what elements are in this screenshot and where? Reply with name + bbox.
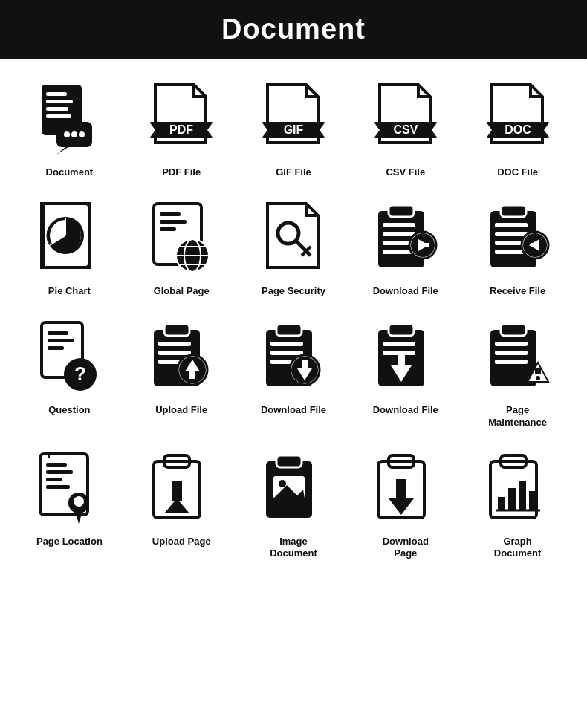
- svg-marker-6: [56, 147, 68, 155]
- icon-cell-download-file-1: Download File: [349, 191, 461, 302]
- download-file-1-icon: [365, 198, 447, 280]
- svg-rect-97: [495, 351, 528, 355]
- svg-rect-93: [398, 354, 405, 367]
- icon-cell-pie-chart: Pie Chart: [13, 191, 126, 302]
- svg-text:DOC: DOC: [505, 123, 531, 136]
- svg-rect-45: [389, 205, 414, 217]
- svg-rect-125: [498, 497, 505, 510]
- svg-rect-53: [418, 243, 429, 247]
- image-document-label: ImageDocument: [270, 536, 317, 561]
- icon-cell-graph-document: GraphDocument: [461, 441, 574, 565]
- svg-rect-55: [501, 205, 526, 217]
- svg-rect-65: [48, 331, 68, 335]
- download-page-label: DownloadPage: [383, 536, 429, 561]
- pie-chart-icon: [28, 198, 110, 280]
- icon-cell-page-security: Page Security: [238, 191, 350, 302]
- svg-text:PDF: PDF: [169, 123, 193, 136]
- svg-rect-106: [46, 485, 70, 489]
- svg-rect-128: [529, 491, 536, 510]
- svg-rect-56: [495, 223, 528, 227]
- svg-point-40: [278, 223, 299, 244]
- icon-cell-upload-page: Upload Page: [126, 441, 238, 565]
- download-file-2-icon: [253, 317, 334, 399]
- svg-rect-33: [160, 227, 176, 231]
- document-label: Document: [46, 166, 94, 179]
- icon-grid: Document PDF PDF File GIF: [0, 72, 587, 578]
- svg-rect-113: [172, 481, 182, 501]
- svg-rect-126: [508, 488, 516, 510]
- svg-rect-63: [531, 243, 539, 247]
- page-maintenance-label: PageMaintenance: [488, 404, 547, 429]
- svg-rect-4: [46, 114, 71, 118]
- svg-point-108: [74, 496, 84, 507]
- page-title: Document: [0, 13, 587, 45]
- icon-cell-image-document: ImageDocument: [238, 441, 350, 565]
- download-file-2-label: Download File: [261, 404, 326, 417]
- svg-rect-47: [383, 232, 415, 236]
- svg-rect-73: [158, 351, 191, 355]
- page-header: Document: [0, 0, 587, 59]
- upload-page-icon: [140, 449, 222, 530]
- svg-rect-122: [396, 479, 406, 500]
- svg-rect-31: [160, 212, 181, 216]
- icon-cell-download-file-2: Download File: [238, 310, 350, 434]
- svg-rect-103: [46, 463, 67, 467]
- svg-rect-95: [501, 324, 526, 336]
- icon-cell-doc-file: DOC DOC File: [461, 72, 574, 183]
- svg-rect-32: [160, 220, 187, 224]
- icon-cell-csv-file: CSV CSV File: [349, 72, 461, 183]
- svg-point-101: [536, 376, 540, 380]
- svg-rect-57: [495, 232, 528, 236]
- receive-file-label: Receive File: [490, 285, 545, 298]
- svg-line-43: [302, 251, 306, 256]
- page-location-icon: [28, 449, 110, 530]
- svg-rect-66: [48, 339, 74, 342]
- download-file-3-icon: [365, 317, 447, 399]
- page-security-label: Page Security: [262, 285, 325, 298]
- doc-file-icon: DOC: [477, 79, 559, 161]
- svg-rect-72: [158, 342, 191, 346]
- svg-point-117: [279, 480, 286, 487]
- upload-file-label: Upload File: [155, 404, 207, 417]
- svg-rect-3: [46, 107, 68, 111]
- graph-document-icon: [477, 449, 559, 530]
- download-file-3-label: Download File: [373, 404, 438, 417]
- svg-rect-46: [383, 223, 415, 227]
- svg-rect-87: [302, 360, 308, 368]
- download-page-icon: [365, 449, 447, 530]
- svg-rect-104: [46, 470, 73, 474]
- icon-cell-document: Document: [13, 72, 126, 183]
- page-security-icon: [253, 198, 334, 280]
- icon-cell-gif-file: GIF GIF File: [238, 72, 350, 183]
- svg-point-7: [64, 131, 70, 137]
- icon-cell-question: ? Question: [13, 310, 126, 434]
- svg-rect-90: [383, 342, 415, 346]
- icon-cell-page-maintenance: PageMaintenance: [461, 310, 574, 434]
- svg-text:?: ?: [74, 363, 86, 385]
- pdf-file-label: PDF File: [162, 166, 201, 179]
- icon-cell-download-page: DownloadPage: [349, 441, 461, 565]
- page-maintenance-icon: [477, 317, 559, 399]
- svg-rect-78: [189, 370, 195, 379]
- gif-file-icon: GIF: [253, 79, 334, 161]
- pie-chart-label: Pie Chart: [48, 285, 91, 298]
- svg-rect-105: [46, 478, 62, 481]
- doc-file-label: DOC File: [497, 166, 538, 179]
- icon-cell-global-page: Global Page: [126, 191, 238, 302]
- document-icon: [28, 79, 110, 161]
- svg-text:CSV: CSV: [393, 123, 418, 136]
- global-page-icon: [140, 198, 222, 280]
- upload-file-icon: [140, 317, 222, 399]
- question-label: Question: [48, 404, 90, 417]
- svg-rect-89: [389, 324, 414, 336]
- icon-cell-download-file-3: Download File: [349, 310, 461, 434]
- csv-file-icon: CSV: [365, 79, 447, 161]
- question-icon: ?: [28, 317, 110, 399]
- svg-rect-80: [276, 324, 302, 336]
- svg-rect-98: [495, 360, 528, 364]
- global-page-label: Global Page: [154, 285, 210, 298]
- icon-cell-page-location: Page Location: [13, 441, 126, 565]
- download-file-1-label: Download File: [373, 285, 438, 298]
- svg-rect-82: [270, 351, 303, 355]
- upload-page-label: Upload Page: [152, 536, 211, 548]
